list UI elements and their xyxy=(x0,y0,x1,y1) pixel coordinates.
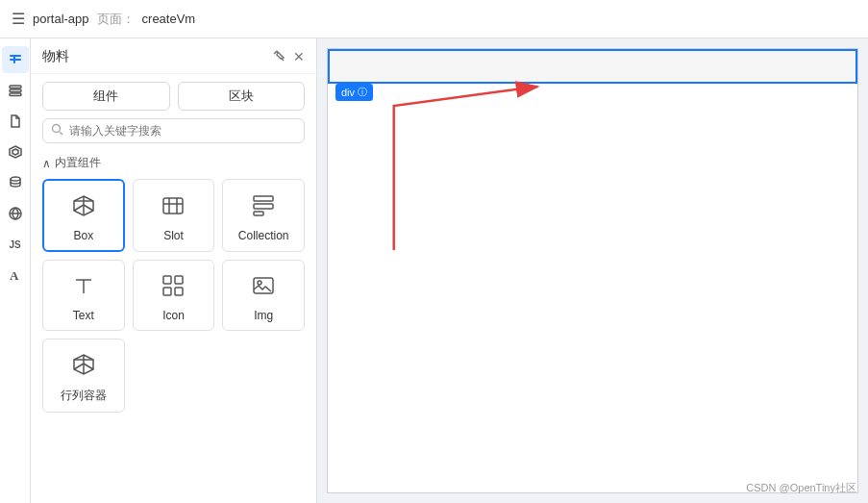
component-box[interactable]: Box xyxy=(42,179,125,252)
text-label: Text xyxy=(73,309,94,322)
svg-point-13 xyxy=(53,125,61,133)
div-badge-text: div xyxy=(341,87,355,98)
component-grid: Box Slot xyxy=(31,179,316,420)
sidebar-panel: 物料 ✕ 组件 区块 xyxy=(31,38,317,503)
svg-point-34 xyxy=(258,281,261,285)
rail-js-icon[interactable]: JS xyxy=(2,231,29,258)
icon-rail: JS A xyxy=(0,38,31,503)
main-layout: JS A 物料 ✕ 组件 区块 xyxy=(0,38,868,503)
svg-line-14 xyxy=(60,132,62,135)
icon-label: Icon xyxy=(162,309,185,322)
section-arrow: ∧ xyxy=(42,157,51,170)
box-label: Box xyxy=(73,229,93,242)
rail-layers-icon[interactable] xyxy=(2,77,29,104)
rail-font-icon[interactable]: A xyxy=(2,262,29,289)
div-info-icon: ⓘ xyxy=(358,86,367,99)
text-icon xyxy=(70,272,97,303)
svg-rect-2 xyxy=(13,56,15,63)
rail-global-icon[interactable] xyxy=(2,200,29,227)
rail-data-icon[interactable] xyxy=(2,169,29,196)
topbar: ☰ portal-app 页面： createVm xyxy=(0,0,868,38)
rail-component-icon[interactable] xyxy=(2,138,29,165)
svg-rect-26 xyxy=(254,212,263,215)
row-label: 行列容器 xyxy=(61,388,107,404)
section-name: 内置组件 xyxy=(55,155,101,171)
rail-page-icon[interactable] xyxy=(2,108,29,135)
search-icon xyxy=(51,123,63,138)
icon-grid-icon xyxy=(160,272,186,303)
svg-rect-3 xyxy=(10,86,21,88)
svg-rect-5 xyxy=(10,93,21,96)
svg-text:A: A xyxy=(10,268,19,283)
component-text[interactable]: Text xyxy=(42,260,125,331)
row-icon xyxy=(70,351,97,382)
svg-rect-32 xyxy=(175,288,183,295)
div-badge[interactable]: div ⓘ xyxy=(335,84,373,101)
svg-rect-20 xyxy=(163,198,183,214)
svg-rect-30 xyxy=(175,276,183,284)
component-slot[interactable]: Slot xyxy=(133,179,215,252)
svg-rect-29 xyxy=(163,276,171,284)
menu-icon[interactable]: ☰ xyxy=(12,10,25,28)
canvas-inner: div ⓘ xyxy=(327,48,858,493)
component-collection[interactable]: Collection xyxy=(222,179,305,252)
component-row[interactable]: 行列容器 xyxy=(42,339,125,413)
svg-line-38 xyxy=(74,364,84,369)
tab-blocks[interactable]: 区块 xyxy=(178,82,306,111)
app-name: portal-app xyxy=(33,12,89,26)
collection-icon xyxy=(250,192,277,223)
img-label: Img xyxy=(254,309,273,322)
close-icon[interactable]: ✕ xyxy=(293,49,305,64)
canvas-top-bar xyxy=(328,49,857,84)
svg-rect-4 xyxy=(10,89,21,92)
pin-icon[interactable] xyxy=(272,49,285,65)
search-input[interactable] xyxy=(69,124,296,138)
canvas-area: div ⓘ CSDN @OpenTiny社区 xyxy=(317,38,868,503)
collection-label: Collection xyxy=(238,229,289,242)
svg-rect-0 xyxy=(10,55,21,57)
rail-add-icon[interactable] xyxy=(2,46,29,73)
svg-marker-6 xyxy=(10,146,21,158)
svg-point-8 xyxy=(11,177,20,181)
svg-rect-24 xyxy=(254,196,273,201)
svg-rect-25 xyxy=(254,204,273,209)
sidebar-search xyxy=(31,118,316,151)
svg-marker-7 xyxy=(12,149,18,155)
component-icon[interactable]: Icon xyxy=(133,260,215,331)
search-wrap xyxy=(42,118,305,143)
sidebar-actions: ✕ xyxy=(272,49,305,65)
sidebar-title: 物料 xyxy=(42,48,69,65)
svg-line-39 xyxy=(84,364,93,369)
slot-icon xyxy=(160,192,186,223)
component-img[interactable]: Img xyxy=(222,260,305,331)
tab-components[interactable]: 组件 xyxy=(42,82,170,111)
svg-line-19 xyxy=(84,205,93,211)
sidebar-tabs: 组件 区块 xyxy=(31,74,316,118)
section-label: ∧ 内置组件 xyxy=(31,151,316,179)
svg-line-18 xyxy=(74,205,84,211)
img-icon xyxy=(250,272,277,303)
slot-label: Slot xyxy=(163,229,184,242)
box-icon xyxy=(70,192,97,223)
svg-rect-31 xyxy=(163,288,171,295)
page-label: 页面： xyxy=(97,11,135,28)
sidebar-header: 物料 ✕ xyxy=(31,38,316,74)
page-name: createVm xyxy=(142,12,196,26)
watermark: CSDN @OpenTiny社区 xyxy=(746,481,856,495)
